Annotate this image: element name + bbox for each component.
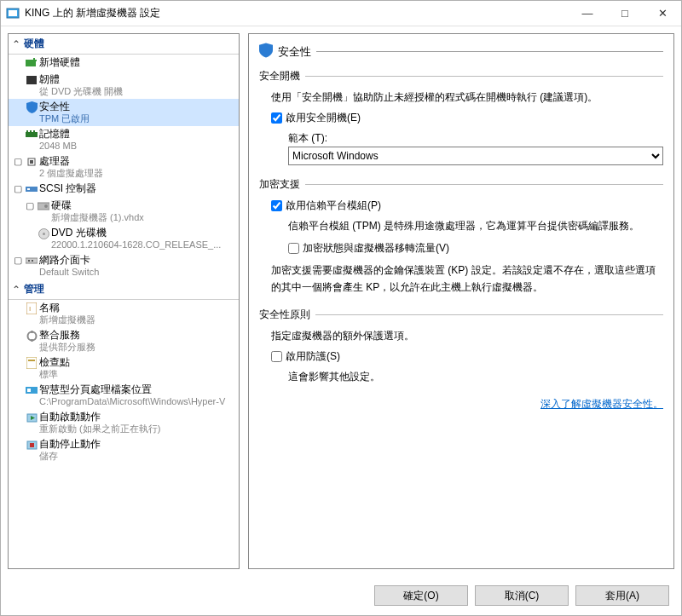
category-management[interactable]: ⌃ 管理 — [9, 279, 239, 300]
autostop-icon — [24, 438, 39, 452]
nav-add-hardware[interactable]: 新增硬體 — [9, 55, 239, 72]
checkbox-label: 啟用安全開機(E) — [286, 109, 361, 126]
svg-rect-11 — [30, 160, 33, 164]
apply-button[interactable]: 套用(A) — [575, 585, 669, 606]
nav-label: 自動啟動動作 — [39, 411, 160, 423]
nav-auto-start[interactable]: 自動啟動動作重新啟動 (如果之前正在執行) — [9, 409, 239, 436]
nav-label: 整合服務 — [39, 329, 95, 341]
shield-icon — [24, 101, 39, 114]
shielding-description: 這會影響其他設定。 — [271, 368, 663, 385]
panel-title: 安全性 — [278, 44, 311, 60]
nav-security[interactable]: 安全性TPM 已啟用 — [9, 99, 239, 126]
checkbox-input[interactable] — [271, 112, 282, 124]
shield-icon — [259, 43, 273, 60]
services-icon — [24, 329, 39, 343]
nav-label: 安全性 — [39, 101, 90, 112]
svg-rect-26 — [26, 357, 37, 369]
enable-tpm-checkbox[interactable]: 啟用信賴平台模組(P) — [271, 197, 663, 214]
expand-icon[interactable]: ▢ — [12, 155, 24, 167]
nav-sublabel: 標準 — [39, 368, 70, 380]
enable-secure-boot-checkbox[interactable]: 啟用安全開機(E) — [271, 109, 663, 126]
category-hardware[interactable]: ⌃ 硬體 — [9, 34, 239, 55]
encrypt-traffic-checkbox[interactable]: 加密狀態與虛擬機器移轉流量(V) — [271, 239, 663, 256]
svg-point-15 — [44, 204, 48, 208]
enable-shielding-checkbox[interactable]: 啟用防護(S) — [271, 348, 663, 365]
svg-rect-21 — [26, 302, 37, 314]
nav-label: 韌體 — [39, 73, 123, 85]
nav-dvd[interactable]: DVD 光碟機22000.1.210604-1628.CO_RELEASE_..… — [9, 225, 239, 252]
nav-sublabel: 2048 MB — [39, 140, 77, 152]
close-button[interactable]: ✕ — [644, 1, 681, 26]
autostart-icon — [24, 411, 39, 424]
svg-rect-24 — [31, 331, 32, 333]
divider — [315, 314, 663, 315]
nav-hdd[interactable]: ▢ 硬碟新增虛擬機器 (1).vhdx — [9, 198, 239, 225]
add-hardware-icon — [24, 56, 39, 70]
ok-button[interactable]: 確定(O) — [374, 585, 468, 606]
window-title: KING 上的 新增虛擬機器 設定 — [25, 6, 569, 20]
svg-rect-9 — [33, 130, 35, 132]
nic-icon — [24, 254, 39, 268]
template-select[interactable]: Microsoft Windows — [288, 147, 663, 165]
svg-rect-4 — [32, 60, 37, 61]
checkbox-input[interactable] — [271, 351, 282, 362]
svg-rect-8 — [30, 130, 32, 132]
category-management-label: 管理 — [24, 282, 44, 296]
maximize-button[interactable]: □ — [606, 1, 644, 26]
nav-label: 處理器 — [39, 155, 103, 167]
nav-sublabel: 儲存 — [39, 450, 101, 462]
nav-label: 檢查點 — [39, 356, 70, 368]
learn-more-link[interactable]: 深入了解虛擬機器安全性。 — [259, 397, 663, 412]
group-title: 安全性原則 — [259, 308, 310, 322]
svg-rect-6 — [26, 132, 38, 137]
cpu-icon — [24, 155, 39, 169]
expand-icon[interactable]: ▢ — [24, 199, 36, 211]
nav-sublabel: 從 DVD 光碟機 開機 — [39, 85, 123, 97]
encryption-description: 加密支援需要虛擬機器的金鑰保護裝置 (KP) 設定。若該設定還不存在，選取這些選… — [271, 262, 663, 296]
nav-sublabel: TPM 已啟用 — [39, 112, 90, 124]
svg-text:I: I — [29, 305, 31, 313]
checkbox-label: 加密狀態與虛擬機器移轉流量(V) — [303, 239, 449, 256]
nav-memory[interactable]: 記憶體2048 MB — [9, 126, 239, 153]
template-label: 範本 (T): — [288, 130, 663, 147]
nav-nic[interactable]: ▢ 網路介面卡Default Switch — [9, 252, 239, 279]
settings-window: KING 上的 新增虛擬機器 設定 — □ ✕ ⌃ 硬體 新增硬體 韌體從 DV… — [0, 0, 682, 616]
group-title: 安全開機 — [259, 69, 300, 83]
nav-smart-paging[interactable]: 智慧型分頁處理檔案位置C:\ProgramData\Microsoft\Wind… — [9, 382, 239, 409]
checkbox-input[interactable] — [288, 243, 299, 254]
svg-point-17 — [43, 233, 45, 235]
group-description: 使用「安全開機」協助防止未經授權的程式碼在開機時執行 (建議選項)。 — [271, 89, 663, 106]
minimize-button[interactable]: — — [569, 1, 606, 26]
nav-label: DVD 光碟機 — [51, 227, 221, 239]
name-icon: I — [24, 302, 39, 315]
detail-panel: 安全性 安全開機 使用「安全開機」協助防止未經授權的程式碼在開機時執行 (建議選… — [248, 33, 674, 569]
nav-sublabel: 22000.1.210604-1628.CO_RELEASE_... — [51, 239, 221, 250]
nav-checkpoints[interactable]: 檢查點標準 — [9, 354, 239, 382]
nav-integration[interactable]: 整合服務提供部分服務 — [9, 327, 239, 354]
expand-icon[interactable]: ▢ — [12, 182, 24, 194]
nav-name[interactable]: I 名稱新增虛擬機器 — [9, 300, 239, 327]
nav-label: 記憶體 — [39, 128, 77, 140]
svg-rect-33 — [30, 443, 34, 447]
app-icon — [6, 7, 20, 20]
nav-auto-stop[interactable]: 自動停止動作儲存 — [9, 436, 239, 463]
category-hardware-label: 硬體 — [24, 37, 44, 51]
nav-scsi[interactable]: ▢ SCSI 控制器 — [9, 181, 239, 198]
nav-sublabel: 新增虛擬機器 (1).vhdx — [51, 211, 144, 223]
nav-cpu[interactable]: ▢ 處理器2 個虛擬處理器 — [9, 153, 239, 181]
group-security-policy: 安全性原則 指定虛擬機器的額外保護選項。 啟用防護(S) 這會影響其他設定。 — [259, 308, 663, 385]
checkbox-input[interactable] — [271, 200, 282, 211]
checkbox-label: 啟用信賴平台模組(P) — [286, 197, 381, 214]
divider — [305, 184, 663, 185]
group-title: 加密支援 — [259, 177, 300, 192]
cancel-button[interactable]: 取消(C) — [475, 585, 569, 606]
svg-rect-19 — [28, 260, 30, 262]
group-secure-boot: 安全開機 使用「安全開機」協助防止未經授權的程式碼在開機時執行 (建議選項)。 … — [259, 69, 663, 165]
nav-firmware[interactable]: 韌體從 DVD 光碟機 開機 — [9, 72, 239, 99]
titlebar: KING 上的 新增虛擬機器 設定 — □ ✕ — [1, 1, 681, 26]
nav-sublabel: 2 個虛擬處理器 — [39, 167, 103, 179]
memory-icon — [24, 128, 39, 141]
expand-icon[interactable]: ▢ — [12, 254, 24, 266]
svg-rect-20 — [32, 260, 33, 262]
nav-tree[interactable]: ⌃ 硬體 新增硬體 韌體從 DVD 光碟機 開機 安全性TPM 已啟用 — [8, 33, 240, 569]
